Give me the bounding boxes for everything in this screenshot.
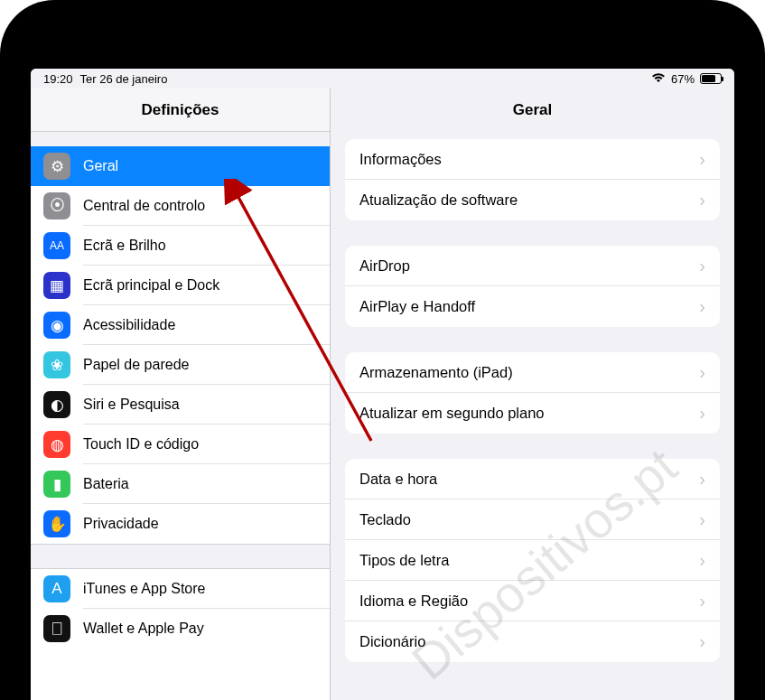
detail-pane: Geral Informações›Atualização de softwar…: [331, 89, 734, 700]
screen: 19:20 Ter 26 de janeiro 67% Definições: [31, 69, 734, 700]
sidebar-item-wallet[interactable]: ⎕Wallet e Apple Pay: [31, 609, 330, 649]
sidebar-item-wallpaper[interactable]: ❀Papel de parede: [31, 345, 330, 385]
sidebar-item-label: Privacidade: [83, 516, 159, 532]
detail-row-label: Dicionário: [359, 633, 425, 650]
status-time: 19:20: [43, 72, 73, 86]
sidebar-item-siri[interactable]: ◐Siri e Pesquisa: [31, 385, 330, 425]
sidebar-item-general[interactable]: ⚙︎Geral: [31, 146, 330, 186]
detail-row-label: Informações: [359, 151, 442, 168]
detail-row-data-e-hora[interactable]: Data e hora›: [345, 459, 720, 499]
privacy-icon: ✋: [43, 510, 70, 537]
accessibility-icon: ◉: [43, 312, 70, 339]
chevron-right-icon: ›: [699, 550, 705, 571]
detail-row-diciona-rio[interactable]: Dicionário›: [345, 621, 720, 662]
sidebar-item-control-center[interactable]: ⦿Central de controlo: [31, 186, 330, 226]
detail-row-atualizac-a-o-de-software[interactable]: Atualização de software›: [345, 180, 720, 220]
detail-row-airdrop[interactable]: AirDrop›: [345, 246, 720, 286]
chevron-right-icon: ›: [699, 362, 705, 383]
detail-row-label: Armazenamento (iPad): [359, 364, 513, 381]
chevron-right-icon: ›: [699, 509, 705, 530]
wifi-icon: [651, 72, 666, 86]
sidebar-item-label: Ecrã e Brilho: [83, 238, 166, 254]
settings-group: Data e hora›Teclado›Tipos de letra›Idiom…: [345, 459, 720, 662]
chevron-right-icon: ›: [699, 403, 705, 424]
sidebar-item-label: Wallet e Apple Pay: [83, 621, 204, 637]
sidebar-list[interactable]: ⚙︎Geral⦿Central de controloAAEcrã e Bril…: [31, 132, 330, 700]
touchid-icon: ◍: [43, 431, 70, 458]
detail-row-informac-o-es[interactable]: Informações›: [345, 139, 720, 180]
sidebar-item-label: Central de controlo: [83, 198, 205, 214]
ipad-inner: 19:20 Ter 26 de janeiro 67% Definições: [20, 20, 745, 700]
sidebar-title: Definições: [31, 89, 330, 132]
sidebar-item-privacy[interactable]: ✋Privacidade: [31, 504, 330, 544]
detail-row-label: Teclado: [359, 511, 411, 528]
status-date: Ter 26 de janeiro: [80, 72, 168, 86]
detail-row-idioma-e-regia-o[interactable]: Idioma e Região›: [345, 581, 720, 621]
detail-row-label: Tipos de letra: [359, 552, 449, 569]
settings-group: Informações›Atualização de software›: [345, 139, 720, 220]
sidebar-item-label: Acessibilidade: [83, 317, 175, 333]
chevron-right-icon: ›: [699, 469, 705, 490]
home-dock-icon: ▦: [43, 272, 70, 299]
sidebar-item-battery[interactable]: ▮Bateria: [31, 464, 330, 504]
detail-row-label: Idioma e Região: [359, 593, 468, 610]
wallet-icon: ⎕: [43, 615, 70, 642]
sidebar-item-label: Siri e Pesquisa: [83, 397, 180, 413]
status-bar: 19:20 Ter 26 de janeiro 67%: [31, 69, 734, 89]
chevron-right-icon: ›: [699, 149, 705, 170]
detail-row-armazenamento-ipad[interactable]: Armazenamento (iPad)›: [345, 352, 720, 393]
chevron-right-icon: ›: [699, 631, 705, 652]
battery-icon: [700, 73, 722, 84]
battery-icon: ▮: [43, 471, 70, 498]
detail-row-airplay-e-handoff[interactable]: AirPlay e Handoff›: [345, 286, 720, 327]
detail-title: Geral: [331, 89, 734, 132]
detail-row-teclado[interactable]: Teclado›: [345, 499, 720, 540]
detail-row-label: Data e hora: [359, 471, 437, 488]
chevron-right-icon: ›: [699, 190, 705, 210]
detail-row-label: Atualizar em segundo plano: [359, 405, 545, 422]
sidebar-item-label: Papel de parede: [83, 357, 189, 373]
detail-row-tipos-de-letra[interactable]: Tipos de letra›: [345, 540, 720, 581]
sidebar-item-accessibility[interactable]: ◉Acessibilidade: [31, 305, 330, 345]
settings-group: AirDrop›AirPlay e Handoff›: [345, 246, 720, 327]
sidebar-item-label: iTunes e App Store: [83, 581, 206, 597]
siri-icon: ◐: [43, 391, 70, 418]
itunes-icon: A: [43, 575, 70, 602]
sidebar-item-display[interactable]: AAEcrã e Brilho: [31, 226, 330, 266]
detail-row-label: Atualização de software: [359, 191, 518, 209]
battery-percent: 67%: [671, 72, 695, 86]
display-icon: AA: [43, 232, 70, 259]
sidebar-item-itunes[interactable]: AiTunes e App Store: [31, 569, 330, 609]
detail-row-atualizar-em-segundo-plano[interactable]: Atualizar em segundo plano›: [345, 393, 720, 434]
general-icon: ⚙︎: [43, 153, 70, 180]
detail-list[interactable]: Informações›Atualização de software›AirD…: [331, 132, 734, 700]
sidebar-item-label: Geral: [83, 158, 118, 174]
sidebar-item-label: Touch ID e código: [83, 436, 199, 453]
sidebar-item-label: Ecrã principal e Dock: [83, 277, 219, 294]
ipad-frame: 19:20 Ter 26 de janeiro 67% Definições: [0, 0, 765, 700]
settings-sidebar: Definições ⚙︎Geral⦿Central de controloAA…: [31, 89, 331, 700]
chevron-right-icon: ›: [699, 591, 705, 611]
sidebar-item-touchid[interactable]: ◍Touch ID e código: [31, 425, 330, 464]
chevron-right-icon: ›: [699, 296, 705, 317]
control-center-icon: ⦿: [43, 192, 70, 219]
sidebar-item-label: Bateria: [83, 476, 129, 492]
sidebar-item-home-dock[interactable]: ▦Ecrã principal e Dock: [31, 266, 330, 305]
wallpaper-icon: ❀: [43, 351, 70, 378]
settings-group: Armazenamento (iPad)›Atualizar em segund…: [345, 352, 720, 434]
detail-row-label: AirDrop: [359, 257, 410, 275]
chevron-right-icon: ›: [699, 256, 705, 276]
detail-row-label: AirPlay e Handoff: [359, 298, 475, 315]
